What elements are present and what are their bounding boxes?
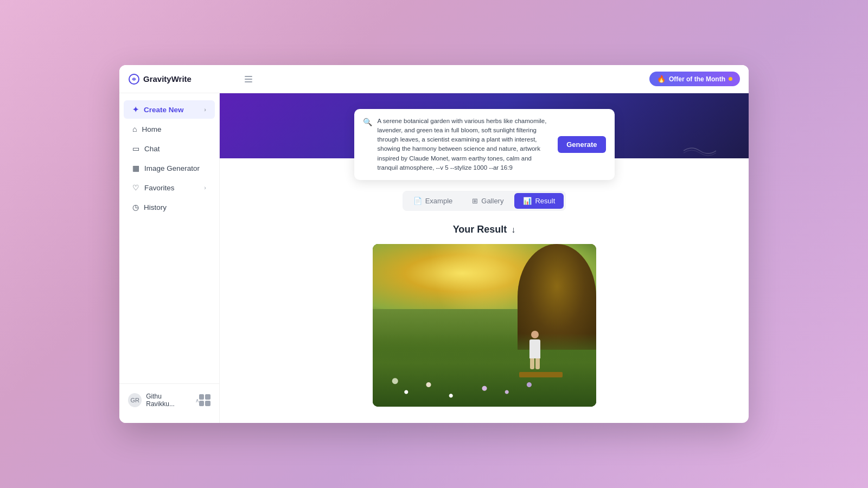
fire-icon: 🔥	[657, 75, 666, 83]
gallery-icon: ⊞	[472, 197, 478, 205]
sidebar-item-home[interactable]: ⌂ Home	[124, 120, 215, 138]
chevron-right-favorites-icon: ›	[204, 184, 206, 191]
tab-result[interactable]: 📊 Result	[514, 193, 564, 209]
search-icon: 🔍	[363, 118, 372, 126]
banner: 🔍 A serene botanical garden with various…	[220, 93, 749, 158]
user-row[interactable]: GR Githu Ravikku... ∧	[124, 388, 215, 412]
example-icon: 📄	[413, 197, 422, 205]
image-icon: ▦	[132, 164, 139, 172]
person-legs	[530, 358, 540, 369]
tab-gallery[interactable]: ⊞ Gallery	[463, 193, 512, 209]
sidebar-label-image-generator: Image Generator	[144, 164, 200, 172]
down-arrow-icon: ↓	[511, 225, 515, 235]
clock-icon: ◷	[132, 203, 139, 211]
person-head	[531, 331, 539, 338]
generate-button[interactable]: Generate	[558, 136, 605, 153]
sidebar-toggle-icon[interactable]	[244, 75, 253, 84]
tab-example-label: Example	[425, 197, 453, 205]
user-name: Githu Ravikku...	[146, 393, 190, 408]
sidebar-item-image-generator[interactable]: ▦ Image Generator	[124, 159, 215, 177]
sidebar-item-history[interactable]: ◷ History	[124, 198, 215, 216]
chat-icon: ▭	[132, 144, 139, 153]
result-heading: Your Result ↓	[453, 224, 516, 235]
person-body	[529, 339, 540, 358]
sidebar-item-favorites[interactable]: ♡ Favorites ›	[124, 178, 215, 197]
logo: GravityWrite	[128, 73, 192, 85]
result-icon: 📊	[523, 197, 532, 205]
main-content: 🔍 A serene botanical garden with various…	[220, 93, 749, 423]
sidebar-bottom: GR Githu Ravikku... ∧	[119, 383, 219, 416]
plus-icon: ✦	[132, 105, 139, 114]
prompt-text: A serene botanical garden with various h…	[378, 117, 553, 173]
svg-rect-2	[245, 79, 252, 80]
grid-icon[interactable]	[199, 394, 210, 406]
wave-decoration	[684, 145, 716, 156]
sidebar-label-history: History	[144, 203, 167, 211]
sidebar: ✦ Create New › ⌂ Home ▭ Chat	[119, 93, 220, 423]
header: GravityWrite 🔥 Offer of the Month	[119, 65, 749, 93]
generated-image	[373, 244, 596, 407]
result-heading-text: Your Result	[453, 224, 507, 235]
tab-gallery-label: Gallery	[481, 197, 503, 205]
logo-icon	[128, 73, 140, 85]
sidebar-label-favorites: Favorites	[144, 184, 175, 192]
scene	[373, 244, 596, 407]
svg-rect-3	[245, 81, 252, 82]
content-area: 📄 Example ⊞ Gallery 📊 Result Your Result	[220, 158, 749, 423]
avatar: GR	[128, 393, 142, 407]
scene-flowers	[373, 333, 596, 407]
heart-icon: ♡	[132, 183, 139, 192]
body: ✦ Create New › ⌂ Home ▭ Chat	[119, 93, 749, 423]
offer-button[interactable]: 🔥 Offer of the Month	[649, 72, 740, 86]
app-window: GravityWrite 🔥 Offer of the Month ✦ Crea…	[119, 65, 749, 423]
offer-dot	[729, 77, 732, 81]
tab-result-label: Result	[535, 197, 555, 205]
sidebar-item-create-new[interactable]: ✦ Create New ›	[124, 100, 215, 119]
tabs: 📄 Example ⊞ Gallery 📊 Result	[403, 191, 566, 211]
sidebar-item-chat[interactable]: ▭ Chat	[124, 139, 215, 158]
prompt-card: 🔍 A serene botanical garden with various…	[354, 109, 615, 181]
home-icon: ⌂	[132, 125, 137, 133]
sidebar-label-create-new: Create New	[144, 106, 184, 114]
logo-text: GravityWrite	[143, 74, 192, 84]
tab-example[interactable]: 📄 Example	[405, 193, 462, 209]
chevron-right-icon: ›	[204, 106, 206, 113]
sidebar-label-home: Home	[142, 125, 161, 133]
scene-person	[519, 331, 551, 374]
svg-rect-1	[245, 76, 252, 77]
avatar-initials: GR	[130, 397, 139, 403]
user-chevron-up-icon: ∧	[195, 397, 199, 403]
sidebar-label-chat: Chat	[144, 145, 160, 153]
